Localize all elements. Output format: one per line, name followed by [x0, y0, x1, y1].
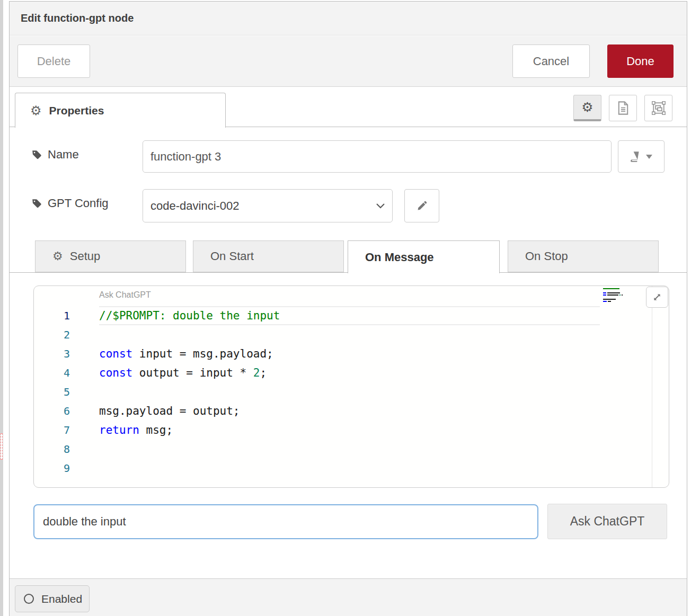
enabled-toggle-button[interactable]: Enabled — [15, 585, 90, 612]
minimap-line — [603, 305, 635, 307]
node-properties-button[interactable]: ⚙ — [573, 95, 601, 121]
editor-line-number: 2 — [34, 325, 70, 344]
workspace-node-fragment — [1, 433, 3, 460]
gear-icon: ⚙ — [30, 103, 42, 118]
node-appearance-button[interactable] — [644, 95, 672, 121]
code-token: return — [99, 424, 139, 436]
editor-line-number: 1 — [34, 306, 70, 325]
done-button[interactable]: Done — [607, 44, 674, 78]
pencil-icon — [417, 201, 427, 211]
tab-label: On Stop — [525, 249, 568, 263]
editor-code-line[interactable]: const output = input * 2; — [99, 363, 669, 382]
editor-code-line[interactable]: const input = msg.payload; — [99, 344, 669, 363]
editor-code-line[interactable] — [99, 382, 669, 401]
editor-line-number: 4 — [34, 363, 70, 382]
editor-code-line[interactable] — [99, 459, 669, 478]
code-token: const — [99, 347, 132, 360]
code-token: output = input * — [132, 367, 253, 379]
code-token: msg; — [139, 424, 173, 436]
properties-tab-label: Properties — [49, 104, 104, 117]
tab-properties[interactable]: ⚙ Properties — [15, 93, 226, 128]
workspace-edge — [0, 0, 3, 616]
editor-scrollbar-track[interactable] — [652, 286, 652, 487]
dialog-footer: Enabled — [10, 578, 687, 616]
group-frame-icon — [652, 101, 666, 115]
tray-tab-row: ⚙ Properties ⚙ — [10, 87, 687, 127]
tab-setup[interactable]: ⚙ Setup — [35, 240, 186, 272]
gear-icon: ⚙ — [581, 100, 593, 115]
gpt-config-select[interactable]: code-davinci-002 — [143, 189, 393, 222]
tab-label: On Start — [210, 249, 254, 263]
code-editor[interactable]: Ask ChatGPT 123456789 //$PROMPT: double … — [33, 285, 669, 488]
tab-label: On Message — [365, 251, 434, 264]
editor-line-number: 3 — [34, 344, 70, 363]
expand-editor-button[interactable] — [646, 287, 668, 308]
tab-on-message[interactable]: On Message — [348, 240, 500, 273]
chevron-down-icon — [376, 203, 385, 209]
library-button[interactable] — [618, 140, 665, 173]
edit-node-dialog: Edit function-gpt node Delete Cancel Don… — [9, 1, 687, 616]
editor-gutter: 123456789 — [34, 306, 70, 478]
delete-button[interactable]: Delete — [17, 44, 90, 78]
editor-code-line[interactable]: msg.payload = output; — [99, 401, 669, 421]
circle-icon — [24, 594, 34, 604]
code-token: msg.payload = output; — [99, 405, 240, 417]
code-token: const — [99, 367, 132, 379]
enabled-label: Enabled — [41, 593, 82, 605]
editor-line-number: 9 — [34, 459, 70, 478]
editor-code-line[interactable]: return msg; — [99, 421, 669, 440]
function-tab-bar: ⚙ Setup On Start On Message On Stop — [10, 240, 687, 273]
editor-line-number: 8 — [34, 440, 70, 459]
caret-down-icon — [646, 155, 652, 159]
gpt-config-label-row: GPT Config — [32, 197, 109, 210]
codelens-ask-chatgpt[interactable]: Ask ChatGPT — [99, 290, 151, 300]
document-icon — [617, 101, 629, 115]
editor-line-number: 5 — [34, 382, 70, 401]
page-title: Edit function-gpt node — [21, 12, 134, 24]
editor-code-line[interactable] — [99, 440, 669, 459]
expand-icon — [652, 292, 662, 302]
code-token: input = msg.payload; — [132, 347, 273, 360]
code-token: //$PROMPT: double the input — [99, 309, 280, 322]
edit-config-button[interactable] — [404, 189, 439, 222]
gpt-config-value: code-davinci-002 — [150, 199, 240, 213]
prompt-input[interactable] — [33, 504, 538, 539]
cancel-button[interactable]: Cancel — [512, 44, 590, 78]
ask-chatgpt-button[interactable]: Ask ChatGPT — [547, 504, 667, 539]
book-icon — [631, 151, 641, 163]
tab-on-stop[interactable]: On Stop — [508, 240, 659, 272]
dialog-button-bar: Delete Cancel Done — [10, 36, 687, 87]
properties-form: Name GPT Config code-davinci-002 — [10, 128, 687, 578]
tab-on-start[interactable]: On Start — [193, 240, 344, 272]
gear-icon: ⚙ — [52, 249, 63, 263]
editor-code-line[interactable] — [99, 325, 669, 344]
name-label-row: Name — [32, 148, 79, 162]
editor-line-number: 6 — [34, 401, 70, 421]
editor-line-number: 7 — [34, 421, 70, 440]
editor-code-line[interactable]: //$PROMPT: double the input — [99, 306, 600, 325]
tag-icon — [32, 150, 42, 160]
editor-minimap[interactable] — [603, 288, 635, 307]
dialog-header: Edit function-gpt node — [10, 2, 687, 35]
gpt-config-label: GPT Config — [48, 197, 109, 210]
editor-code[interactable]: //$PROMPT: double the inputconst input =… — [99, 306, 669, 478]
code-token: ; — [260, 367, 267, 379]
tab-label: Setup — [70, 249, 101, 263]
tray-icon-buttons: ⚙ — [573, 95, 672, 121]
code-token: 2 — [253, 367, 260, 379]
name-label: Name — [48, 148, 79, 162]
tag-icon — [32, 199, 42, 209]
node-description-button[interactable] — [609, 95, 637, 121]
name-input[interactable] — [143, 140, 612, 173]
